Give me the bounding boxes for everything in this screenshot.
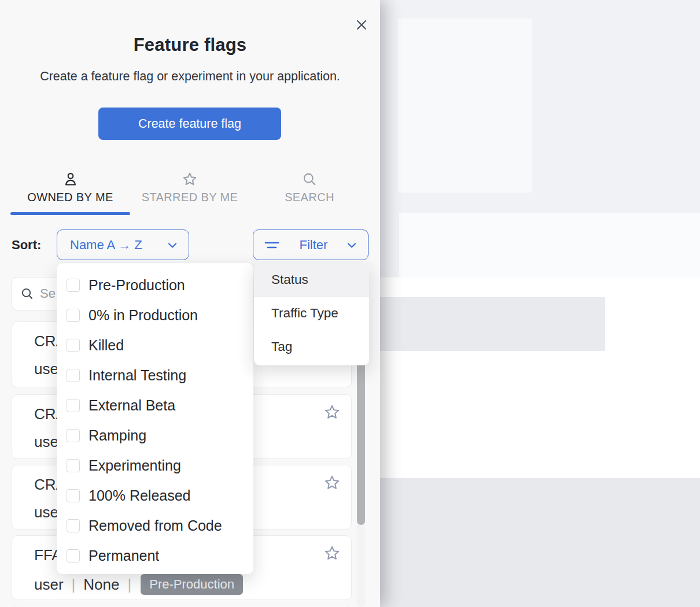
- status-filter-option[interactable]: 100% Released: [57, 480, 253, 510]
- checkbox[interactable]: [67, 549, 80, 562]
- status-filter-label: Killed: [89, 337, 124, 354]
- filter-menu-item-traffic-type[interactable]: Traffic Type: [254, 297, 369, 330]
- filter-dropdown[interactable]: Filter: [253, 230, 369, 260]
- filter-category-menu: Status Traffic Type Tag: [254, 263, 369, 365]
- star-icon: [182, 171, 198, 187]
- status-filter-option[interactable]: Experimenting: [57, 450, 253, 480]
- tab-label: OWNED BY ME: [27, 191, 113, 204]
- chevron-down-icon: [165, 238, 179, 252]
- checkbox[interactable]: [67, 369, 80, 382]
- separator: |: [72, 576, 76, 594]
- checkbox[interactable]: [67, 279, 80, 292]
- background-block: [380, 478, 700, 607]
- filter-menu-item-status[interactable]: Status: [254, 263, 369, 297]
- status-filter-label: 0% in Production: [89, 307, 198, 324]
- checkbox[interactable]: [67, 429, 80, 442]
- checkbox[interactable]: [67, 459, 80, 472]
- background-block: [398, 18, 532, 193]
- checkbox[interactable]: [67, 399, 80, 412]
- star-flag-button[interactable]: [323, 403, 342, 421]
- close-icon: [356, 20, 367, 30]
- create-feature-flag-button[interactable]: Create feature flag: [98, 108, 281, 140]
- search-icon: [20, 287, 34, 301]
- status-filter-option[interactable]: 0% in Production: [57, 300, 253, 330]
- filter-lines-icon: [264, 238, 280, 252]
- status-filter-menu: Pre-Production 0% in Production Killed I…: [57, 263, 253, 574]
- tab-owned-by-me[interactable]: OWNED BY ME: [10, 171, 130, 204]
- status-filter-option[interactable]: Permanent: [57, 541, 253, 571]
- status-filter-option[interactable]: Removed from Code: [57, 510, 253, 541]
- star-flag-button[interactable]: [323, 473, 342, 492]
- flag-meta: user: [34, 576, 64, 594]
- status-filter-label: Pre-Production: [89, 277, 185, 294]
- background-block: [399, 213, 700, 277]
- close-button[interactable]: [352, 15, 371, 35]
- page-subtitle: Create a feature flag or experiment in y…: [0, 69, 380, 84]
- flag-traffic-type: None: [83, 576, 119, 594]
- person-icon: [62, 171, 79, 187]
- status-badge: Pre-Production: [141, 574, 243, 595]
- status-filter-option[interactable]: Internal Testing: [57, 360, 253, 390]
- status-filter-label: 100% Released: [89, 487, 191, 504]
- tab-label: STARRED BY ME: [142, 191, 238, 204]
- checkbox[interactable]: [67, 309, 80, 322]
- status-filter-label: Internal Testing: [89, 367, 186, 384]
- status-filter-label: Experimenting: [89, 457, 181, 474]
- filter-label: Filter: [300, 238, 328, 253]
- checkbox[interactable]: [67, 339, 80, 352]
- filter-menu-item-tag[interactable]: Tag: [254, 330, 369, 364]
- status-filter-label: Removed from Code: [89, 517, 222, 534]
- status-filter-label: External Beta: [89, 397, 175, 414]
- sort-label: Sort:: [12, 238, 41, 253]
- checkbox[interactable]: [67, 519, 80, 532]
- star-flag-button[interactable]: [323, 544, 342, 562]
- background-block: [380, 297, 605, 351]
- sort-value: Name A → Z: [70, 238, 142, 253]
- sort-dropdown[interactable]: Name A → Z: [57, 230, 189, 260]
- separator: |: [128, 576, 132, 594]
- tab-starred-by-me[interactable]: STARRED BY ME: [135, 171, 245, 204]
- status-filter-option[interactable]: External Beta: [57, 390, 253, 420]
- chevron-down-icon: [345, 238, 359, 252]
- search-icon: [301, 171, 318, 187]
- background-block: [380, 213, 399, 277]
- status-filter-label: Ramping: [89, 427, 146, 444]
- checkbox[interactable]: [67, 489, 80, 502]
- status-filter-option[interactable]: Killed: [57, 330, 253, 360]
- tab-search[interactable]: SEARCH: [267, 171, 352, 204]
- active-tab-underline: [10, 212, 130, 215]
- feature-flags-panel: Feature flags Create a feature flag or e…: [0, 0, 380, 607]
- status-filter-option[interactable]: Pre-Production: [57, 270, 253, 300]
- page-title: Feature flags: [0, 35, 380, 55]
- tab-label: SEARCH: [285, 191, 334, 204]
- status-filter-option[interactable]: Ramping: [57, 420, 253, 450]
- status-filter-label: Permanent: [89, 547, 159, 564]
